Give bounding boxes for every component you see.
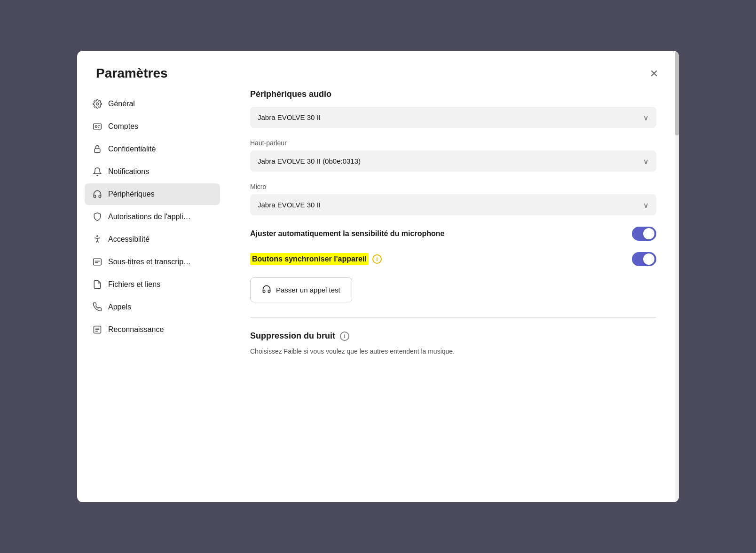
svg-point-6 <box>97 236 98 237</box>
test-call-label: Passer un appel test <box>276 286 340 294</box>
section-divider <box>250 317 656 318</box>
auto-sensitivity-toggle[interactable] <box>632 227 656 241</box>
sync-buttons-row: Boutons synchroniser l'appareil i <box>250 252 656 266</box>
toggle-slider-auto <box>632 227 656 241</box>
sidebar-item-reconnaissance[interactable]: Reconnaissance <box>85 319 220 340</box>
svg-point-0 <box>96 103 99 105</box>
sync-buttons-label-row: Boutons synchroniser l'appareil i <box>250 253 382 265</box>
headset-icon <box>92 189 102 199</box>
scrollbar-thumb[interactable] <box>675 51 679 135</box>
sidebar-label-peripheriques: Périphériques <box>108 190 155 198</box>
svg-point-2 <box>95 126 97 127</box>
accessibility-icon <box>92 234 102 245</box>
speaker-select[interactable]: Jabra EVOLVE 30 II (0b0e:0313) Haut-parl… <box>250 150 656 172</box>
modal-body: Général Comptes <box>77 89 679 502</box>
sidebar-label-autorisations: Autorisations de l'appli… <box>108 213 191 221</box>
auto-sensitivity-row: Ajuster automatiquement la sensibilité d… <box>250 227 656 241</box>
sidebar-item-appels[interactable]: Appels <box>85 296 220 318</box>
sidebar-label-comptes: Comptes <box>108 122 138 131</box>
sidebar-label-reconnaissance: Reconnaissance <box>108 325 164 334</box>
sidebar-label-notifications: Notifications <box>108 167 149 176</box>
sidebar-label-sous-titres: Sous-titres et transcrip… <box>108 258 191 266</box>
sidebar-label-accessibilite: Accessibilité <box>108 235 150 244</box>
speaker-dropdown-wrapper: Jabra EVOLVE 30 II (0b0e:0313) Haut-parl… <box>250 150 656 172</box>
audio-section-title: Périphériques audio <box>250 89 656 99</box>
micro-label: Micro <box>250 183 656 190</box>
speaker-label: Haut-parleur <box>250 139 656 147</box>
sidebar-label-appels: Appels <box>108 303 131 311</box>
sidebar-label-general: Général <box>108 100 135 108</box>
sidebar-item-comptes[interactable]: Comptes <box>85 116 220 137</box>
svg-rect-5 <box>94 149 100 152</box>
noise-suppression-info-icon[interactable]: i <box>340 332 349 341</box>
captions-icon <box>92 257 102 267</box>
sidebar-item-accessibilite[interactable]: Accessibilité <box>85 229 220 250</box>
audio-device-dropdown-wrapper: Jabra EVOLVE 30 II Haut-parleurs par déf… <box>250 107 656 128</box>
gear-icon <box>92 99 102 109</box>
svg-rect-7 <box>94 259 102 265</box>
page-title: Paramètres <box>96 66 168 81</box>
modal-header: Paramètres ✕ <box>77 51 679 89</box>
micro-select[interactable]: Jabra EVOLVE 30 II Microphone par défaut <box>250 194 656 215</box>
phone-icon <box>92 302 102 312</box>
test-call-button[interactable]: Passer un appel test <box>250 277 352 302</box>
sidebar-label-confidentialite: Confidentialité <box>108 145 156 153</box>
sidebar-item-general[interactable]: Général <box>85 93 220 115</box>
sync-buttons-info-icon[interactable]: i <box>372 254 382 264</box>
noise-suppression-title: Suppression du bruit <box>250 331 335 341</box>
sidebar-item-peripheriques[interactable]: Périphériques <box>85 183 220 205</box>
file-icon <box>92 279 102 290</box>
bell-icon <box>92 166 102 177</box>
sidebar: Général Comptes <box>77 89 228 502</box>
sidebar-label-fichiers: Fichiers et liens <box>108 280 160 289</box>
micro-dropdown-wrapper: Jabra EVOLVE 30 II Microphone par défaut… <box>250 194 656 215</box>
sync-buttons-toggle[interactable] <box>632 252 656 266</box>
id-card-icon <box>92 121 102 132</box>
settings-modal: Paramètres ✕ Général <box>77 51 679 502</box>
audio-device-select[interactable]: Jabra EVOLVE 30 II Haut-parleurs par déf… <box>250 107 656 128</box>
scrollbar-track[interactable] <box>675 51 679 502</box>
auto-sensitivity-label: Ajuster automatiquement la sensibilité d… <box>250 229 444 239</box>
lock-icon <box>92 144 102 154</box>
shield-icon <box>92 212 102 222</box>
noise-suppression-desc: Choisissez Faible si vous voulez que les… <box>250 347 656 356</box>
toggle-slider-sync <box>632 252 656 266</box>
test-call-icon <box>262 284 271 295</box>
main-content: Périphériques audio Jabra EVOLVE 30 II H… <box>228 89 679 502</box>
noise-suppression-header: Suppression du bruit i <box>250 331 656 341</box>
sidebar-item-confidentialite[interactable]: Confidentialité <box>85 138 220 160</box>
sidebar-item-autorisations[interactable]: Autorisations de l'appli… <box>85 206 220 228</box>
sync-buttons-label: Boutons synchroniser l'appareil <box>250 253 369 265</box>
close-button[interactable]: ✕ <box>648 66 660 82</box>
sidebar-item-sous-titres[interactable]: Sous-titres et transcrip… <box>85 251 220 273</box>
list-icon <box>92 324 102 335</box>
sidebar-item-notifications[interactable]: Notifications <box>85 161 220 182</box>
sidebar-item-fichiers[interactable]: Fichiers et liens <box>85 274 220 295</box>
